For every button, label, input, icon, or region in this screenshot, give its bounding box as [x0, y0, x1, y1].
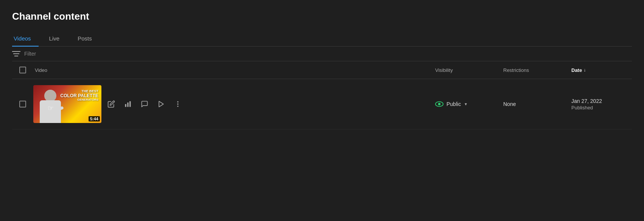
- tab-posts[interactable]: Posts: [76, 31, 100, 46]
- svg-point-9: [177, 106, 178, 107]
- svg-rect-4: [127, 103, 128, 107]
- date-cell: Jan 27, 2022 Published: [571, 98, 632, 110]
- comments-button[interactable]: [141, 100, 148, 108]
- play-button[interactable]: [157, 100, 165, 108]
- visibility-eye-icon: [435, 100, 443, 108]
- header-check-col: [12, 67, 33, 73]
- video-thumbnail[interactable]: THE BEST COLOR PALETTE GENERATORS ☞ 5:44: [33, 85, 101, 123]
- filter-icon[interactable]: [12, 50, 20, 57]
- thumbnail-title: THE BEST COLOR PALETTE GENERATORS: [61, 90, 98, 102]
- visibility-cell: Public ▾: [435, 100, 503, 108]
- tab-videos[interactable]: Videos: [12, 31, 39, 46]
- tab-live[interactable]: Live: [48, 31, 67, 46]
- filter-row: Filter: [12, 47, 632, 61]
- svg-point-7: [177, 101, 178, 103]
- duration-badge: 5:44: [89, 116, 100, 121]
- page-title: Channel content: [12, 11, 632, 22]
- filter-label: Filter: [24, 51, 36, 57]
- tabs-row: Videos Live Posts: [12, 31, 632, 47]
- svg-marker-6: [159, 101, 163, 107]
- header-restrictions-col: Restrictions: [503, 67, 571, 73]
- restrictions-cell: None: [503, 101, 571, 107]
- visibility-label: Public: [446, 101, 461, 107]
- row-checkbox[interactable]: [19, 101, 26, 107]
- video-info: [101, 100, 435, 108]
- sort-arrow-icon: ↓: [583, 67, 586, 73]
- row-check-col: [12, 101, 33, 107]
- header-video-col: Video: [33, 67, 435, 73]
- table-header: Video Visibility Restrictions Date ↓: [12, 61, 632, 79]
- svg-point-11: [438, 103, 440, 105]
- svg-rect-3: [125, 104, 126, 107]
- video-actions: [107, 100, 182, 108]
- svg-rect-5: [129, 101, 131, 107]
- visibility-dropdown-arrow[interactable]: ▾: [465, 101, 467, 107]
- analytics-button[interactable]: [124, 100, 132, 108]
- edit-button[interactable]: [107, 100, 115, 108]
- table-row: THE BEST COLOR PALETTE GENERATORS ☞ 5:44: [12, 79, 632, 129]
- header-visibility-col: Visibility: [435, 67, 503, 73]
- date-published: Jan 27, 2022: [571, 98, 632, 104]
- svg-point-8: [177, 103, 178, 104]
- more-options-button[interactable]: [174, 100, 182, 108]
- date-status: Published: [571, 105, 632, 110]
- header-date-col[interactable]: Date ↓: [571, 67, 632, 73]
- select-all-checkbox[interactable]: [19, 67, 26, 73]
